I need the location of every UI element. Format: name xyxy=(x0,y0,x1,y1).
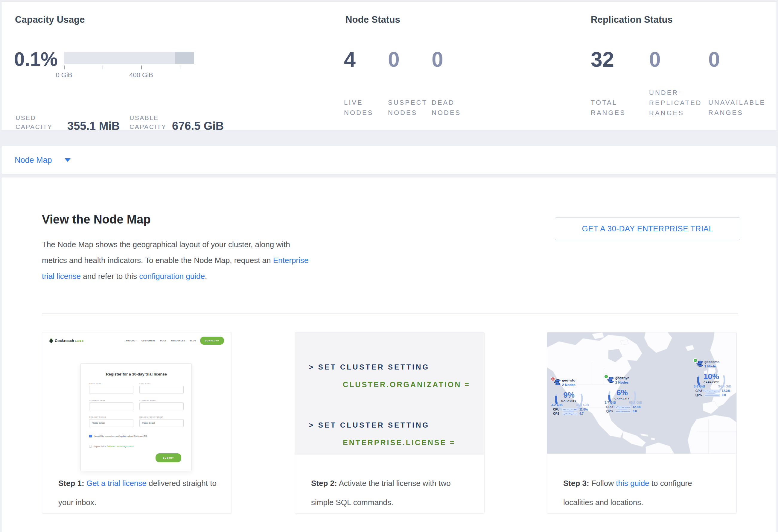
field-label: LAST NAME xyxy=(139,383,151,384)
description-text: . xyxy=(205,272,207,281)
total-capacity: 34.4 GiB xyxy=(718,384,731,388)
view-selector-dropdown[interactable]: Node Map xyxy=(1,146,777,174)
nav-item: PRODUCT xyxy=(126,339,137,342)
database-stack-icon xyxy=(554,379,561,386)
this-guide-link[interactable]: this guide xyxy=(616,479,649,488)
cpu-value: 42.5% xyxy=(633,405,641,409)
first-name-field xyxy=(89,386,134,393)
reason-select: Please Select xyxy=(139,419,184,427)
field-label: REASON FOR INTEREST xyxy=(139,416,164,418)
chevron-down-icon xyxy=(65,158,71,162)
locality-name: geo=sfo xyxy=(562,379,575,382)
capacity-label: CAPACITY xyxy=(608,397,636,400)
capacity-axis-label-0: 0 GiB xyxy=(49,71,79,79)
qps-value: 4.7 xyxy=(579,412,584,415)
step-3-card: 1 geo=sfo 2 Nodes 9% CAPACITY 3.2 GiB35.… xyxy=(547,332,737,514)
nav-item: RESOURCES xyxy=(171,339,185,342)
total-capacity: 35.1 GiB xyxy=(576,403,589,407)
step-number: Step 3: xyxy=(563,479,589,488)
configuration-guide-link[interactable]: configuration guide xyxy=(139,272,205,281)
caption-text xyxy=(84,479,86,488)
sql-line: > SET CLUSTER SETTING xyxy=(309,421,430,429)
replication-status-title: Replication Status xyxy=(591,14,673,25)
suspect-nodes-count: 0 xyxy=(388,49,400,70)
locality-name: geo=nyc xyxy=(615,376,629,380)
total-ranges-count: 32 xyxy=(591,49,614,70)
cpu-sparkline xyxy=(615,406,631,409)
step-2-card: > SET CLUSTER SETTING CLUSTER.ORGANIZATI… xyxy=(295,332,484,514)
under-replicated-label: UNDER-REPLICATED RANGES xyxy=(649,88,705,118)
capacity-percent: 10% xyxy=(697,372,725,381)
step-number: Step 2: xyxy=(311,479,337,488)
field-label: FIRST NAME xyxy=(89,383,101,384)
enterprise-trial-button[interactable]: GET A 30-DAY ENTERPRISE TRIAL xyxy=(555,217,740,240)
qps-sparkline xyxy=(562,412,577,415)
unavailable-count: 0 xyxy=(708,49,720,70)
axis-tick xyxy=(180,66,180,69)
description-text: The Node Map shows the geographical layo… xyxy=(42,240,290,265)
database-stack-icon xyxy=(607,377,614,383)
node-map-description: The Node Map shows the geographical layo… xyxy=(42,237,317,284)
usable-capacity-value: 676.5 GiB xyxy=(172,120,224,133)
checkbox-checked-icon: ✓ xyxy=(89,435,92,438)
cpu-value: 11.0% xyxy=(579,408,588,411)
field-label: PROJECT PHASE xyxy=(89,416,106,418)
cockroach-labs-logo: Cockroach LABS xyxy=(49,338,84,344)
used-capacity: 3.7 GiB xyxy=(605,401,616,404)
node-map-illustration: 1 geo=sfo 2 Nodes 9% CAPACITY 3.2 GiB35.… xyxy=(547,332,736,454)
last-name-field xyxy=(139,386,184,393)
download-button: DOWNLOAD xyxy=(200,336,224,345)
capacity-label: CAPACITY xyxy=(555,399,583,402)
live-nodes-label: LIVE NODES xyxy=(344,97,377,118)
logo-sub-text: LABS xyxy=(75,339,84,342)
trial-register-form: Register for a 30-day trial license FIRS… xyxy=(80,363,192,471)
capacity-percent: 6% xyxy=(608,388,636,397)
company-email-field xyxy=(139,402,184,410)
site-nav: PRODUCT CUSTOMERS DOCS RESOURCES BLOG xyxy=(126,339,196,342)
step-2-caption: Step 2: Activate the trial license with … xyxy=(311,474,471,512)
software-license-agreement-link: Software License Agreement. xyxy=(107,445,134,447)
dead-nodes-count: 0 xyxy=(432,49,443,70)
usable-capacity-label: USABLE CAPACITY xyxy=(130,113,179,131)
cpu-sparkline xyxy=(704,390,720,393)
under-replicated-count: 0 xyxy=(649,49,661,70)
step-3-caption: Step 3: Follow this guide to configure l… xyxy=(563,474,723,512)
axis-tick xyxy=(64,66,65,69)
cpu-sparkline xyxy=(562,408,577,411)
locality-name: geo=ams xyxy=(704,360,719,364)
section-divider xyxy=(42,314,738,314)
node-map-promo-panel: View the Node Map The Node Map shows the… xyxy=(1,177,777,532)
qps-label: QPS xyxy=(553,412,562,415)
trial-license-site-screenshot: Cockroach LABS PRODUCT CUSTOMERS DOCS RE… xyxy=(42,332,232,473)
cpu-value: 12.3% xyxy=(722,389,730,393)
license-agreement-checkbox-label: I agree to the Software License Agreemen… xyxy=(94,445,134,447)
nav-item: BLOG xyxy=(190,339,196,342)
capacity-percent: 0.1% xyxy=(14,50,58,69)
view-selector-label: Node Map xyxy=(15,156,52,165)
used-capacity-label: USED CAPACITY xyxy=(15,113,60,131)
step-1-card: Cockroach LABS PRODUCT CUSTOMERS DOCS RE… xyxy=(42,332,232,514)
used-capacity: 3.2 GiB xyxy=(551,403,563,407)
form-title: Register for a 30-day trial license xyxy=(81,372,192,376)
sql-line: ENTERPRISE.LICENSE = xyxy=(343,438,456,447)
cluster-summary-panel: Capacity Usage 0.1% 0 GiB 400 GiB USED C… xyxy=(1,1,777,131)
nav-item: CUSTOMERS xyxy=(142,339,156,342)
submit-button: SUBMIT xyxy=(156,453,181,462)
step-1-caption: Step 1: Get a trial license delivered st… xyxy=(58,474,218,512)
email-updates-checkbox-label: I would like to receive email updates ab… xyxy=(94,435,147,437)
company-name-field xyxy=(89,402,134,410)
axis-tick xyxy=(102,66,103,69)
get-trial-license-link[interactable]: Get a trial license xyxy=(86,479,147,488)
field-label: COMPANY NAME xyxy=(89,399,105,401)
step-number: Step 1: xyxy=(58,479,84,488)
sql-line: > SET CLUSTER SETTING xyxy=(309,363,430,371)
qps-sparkline xyxy=(615,410,631,413)
cpu-label: CPU xyxy=(606,405,615,409)
live-nodes-count: 4 xyxy=(344,49,356,70)
sql-line: CLUSTER.ORGANIZATION = xyxy=(343,380,470,389)
capacity-label: CAPACITY xyxy=(697,381,725,384)
total-ranges-label: TOTAL RANGES xyxy=(591,97,628,118)
capacity-usage-title: Capacity Usage xyxy=(15,14,85,25)
node-status-title: Node Status xyxy=(345,14,400,25)
capacity-percent: 9% xyxy=(555,390,583,400)
